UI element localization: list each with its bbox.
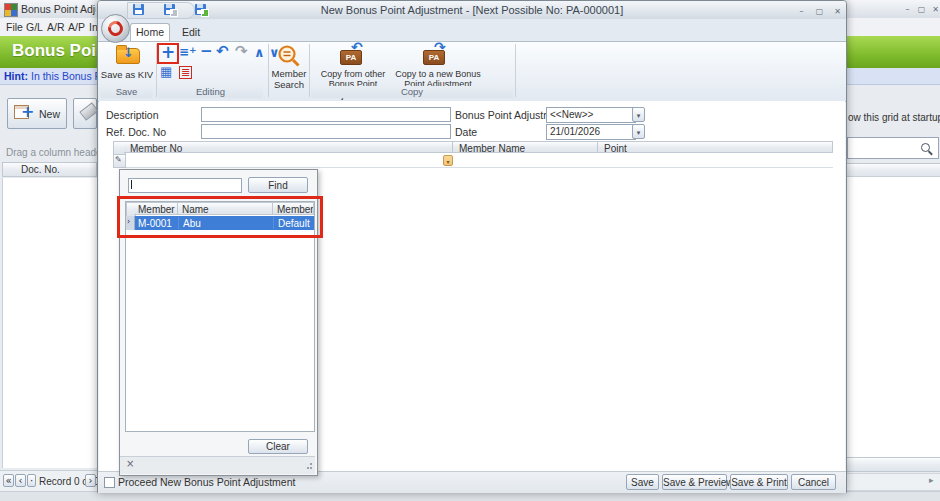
close-icon: ✕ — [831, 8, 844, 16]
annotation-box-member-row — [117, 196, 323, 238]
copy-to-arrow-icon: ↷ — [434, 40, 446, 54]
description-input[interactable] — [201, 107, 451, 122]
column-header-member-name[interactable]: Member Name — [453, 141, 598, 153]
show-grid-startup-label: ow this grid at startup — [848, 112, 940, 123]
nav-prev-icon: ‹ — [19, 475, 23, 486]
ribbon-tabstrip — [98, 19, 846, 41]
resize-grip[interactable] — [304, 463, 312, 471]
tab-home[interactable]: Home — [130, 23, 170, 43]
member-search-button[interactable]: Member Search — [270, 43, 308, 95]
new-button[interactable]: + New — [7, 98, 67, 129]
nav-next-button[interactable]: › — [85, 474, 96, 487]
description-label: Description — [106, 109, 159, 121]
chevron-down-icon: ▾ — [637, 129, 641, 137]
lookup-panel-footer — [120, 456, 315, 474]
minimize-icon: – — [795, 8, 808, 16]
ref-doc-label: Ref. Doc. No — [106, 126, 166, 138]
proceed-checkbox[interactable] — [104, 477, 115, 488]
proceed-checkbox-label[interactable]: Proceed New Bonus Point Adjustment — [118, 476, 295, 488]
panel-close-button[interactable]: × — [126, 459, 134, 469]
save-as-kiv-label[interactable]: Save as KIV — [98, 69, 156, 80]
range-select-button[interactable]: ▦ — [160, 65, 172, 78]
copy-from-button[interactable]: PA ↶ Copy from other Bonus Point Adjustm… — [311, 43, 395, 87]
row-indicator: ✎ — [113, 154, 126, 168]
dialog-maximize-button[interactable]: ▢ — [813, 4, 826, 16]
plus-icon: + — [21, 104, 34, 120]
hint-label: Hint: — [4, 70, 28, 82]
column-header-member-no[interactable]: Member No — [124, 141, 453, 153]
bg-grid-area — [2, 178, 98, 468]
group-by-panel-text: Drag a column header h — [6, 147, 97, 158]
save-preview-icon[interactable] — [195, 4, 206, 15]
redo-button[interactable]: ↷ — [235, 44, 248, 59]
menu-ap[interactable]: A/P — [68, 21, 85, 33]
nav-prev-button[interactable]: ‹ — [15, 474, 26, 487]
save-button[interactable]: Save — [626, 474, 659, 490]
bg-hscrollbar[interactable] — [845, 473, 940, 491]
column-header-point[interactable]: Point — [598, 141, 833, 153]
annotation-box-plus — [157, 43, 179, 64]
eraser-icon — [79, 102, 98, 121]
bg-maximize-button[interactable]: ▢ — [915, 2, 928, 14]
ref-doc-input[interactable] — [201, 124, 451, 139]
bg-right-list — [845, 176, 940, 458]
bg-close-button[interactable]: ✕ — [929, 2, 940, 14]
date-combo[interactable]: 21/01/2026 — [546, 124, 636, 140]
adjustment-no-dropdown-button[interactable]: ▾ — [632, 107, 645, 122]
text-caret — [131, 180, 132, 189]
tab-edit[interactable]: Edit — [176, 26, 206, 38]
add-multiple-button[interactable]: ≡+ — [179, 46, 197, 58]
minimize-icon: – — [901, 6, 914, 14]
nav-first-button[interactable]: « — [3, 474, 14, 487]
new-button-label: New — [39, 108, 60, 120]
dialog-minimize-button[interactable]: – — [795, 4, 808, 16]
member-no-dropdown-button[interactable]: ▾ — [443, 155, 453, 166]
app-orb-button[interactable] — [101, 14, 130, 43]
delete-row-button[interactable]: − — [200, 44, 213, 59]
edit-button-partial[interactable] — [73, 98, 97, 129]
menu-gl[interactable]: G/L — [26, 21, 43, 33]
bg-minimize-button[interactable]: – — [901, 2, 914, 14]
dialog-close-button[interactable]: ✕ — [831, 4, 844, 16]
save-icon[interactable] — [133, 4, 144, 15]
maximize-icon: ▢ — [915, 6, 928, 14]
member-grid-edit-row[interactable]: ✎ ▾ — [113, 154, 833, 168]
scroll-right-icon[interactable]: ▸ — [929, 476, 934, 485]
move-up-button[interactable]: ∧ — [254, 46, 265, 59]
bg-window-title: Bonus Point Adjustment — [21, 3, 96, 15]
save-print-button[interactable]: Save & Print — [730, 474, 788, 490]
nav-edit-button[interactable]: · — [27, 474, 36, 487]
bg-right-list-header — [845, 163, 940, 177]
nav-first-icon: « — [5, 475, 11, 486]
save-preview-button[interactable]: Save & Preview — [662, 474, 727, 490]
lookup-search-input[interactable] — [128, 178, 242, 193]
chevron-down-icon: ▾ — [637, 112, 641, 120]
bg-right-list-footer — [845, 457, 940, 472]
cancel-button[interactable]: Cancel — [791, 474, 836, 490]
list-view-button[interactable]: ≣ — [179, 66, 192, 79]
close-icon: ✕ — [929, 6, 940, 14]
find-button[interactable]: Find — [248, 177, 308, 193]
member-search-icon — [277, 44, 301, 68]
adjustment-no-combo[interactable]: <<New>> — [546, 107, 636, 123]
menu-ar[interactable]: A/R — [47, 21, 65, 33]
nav-dot-icon: · — [30, 475, 33, 486]
copy-to-button[interactable]: PA ↷ Copy to a new Bonus Point Adjustmen… — [396, 43, 480, 87]
clear-button[interactable]: Clear — [248, 439, 308, 454]
group-separator — [515, 44, 516, 97]
save-group-label: Save — [100, 86, 153, 98]
copy-from-arrow-icon: ↶ — [351, 40, 363, 54]
save-print-icon[interactable] — [164, 4, 175, 15]
kiv-arrow-icon: ↓ — [123, 46, 134, 59]
autocount-logo-icon — [105, 18, 126, 39]
nav-next-icon: › — [89, 475, 93, 486]
date-dropdown-button[interactable]: ▾ — [632, 124, 645, 139]
menu-file[interactable]: File — [6, 21, 23, 33]
app-icon — [4, 3, 18, 17]
pencil-icon: ✎ — [115, 156, 122, 164]
maximize-icon: ▢ — [813, 8, 826, 16]
add-multiple-icon: ≡ — [179, 45, 189, 59]
preview-badge-icon — [201, 9, 209, 17]
doc-no-column-header[interactable]: Doc. No. — [2, 162, 97, 177]
undo-button[interactable]: ↶ — [216, 44, 229, 59]
